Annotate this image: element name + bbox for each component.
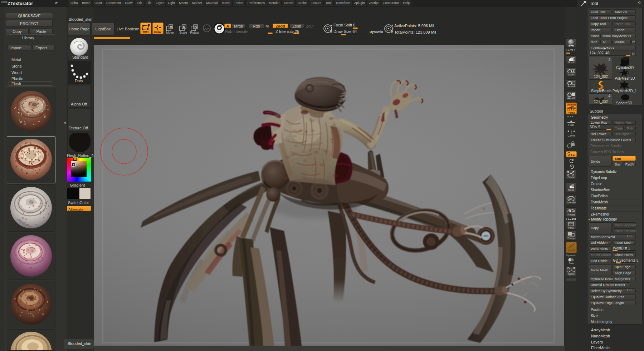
svg-text:1: 1 [572, 82, 574, 84]
svg-text:Rotate: Rotate [190, 31, 199, 34]
svg-text:XYZ: XYZ [568, 153, 575, 157]
svg-text:Draw: Draw [154, 30, 161, 34]
svg-text:S: S [330, 30, 332, 33]
svg-text:3D: 3D [569, 198, 572, 200]
svg-text:Edit: Edit [143, 30, 148, 33]
svg-text:M: M [170, 25, 173, 29]
svg-text:D: D [391, 30, 393, 33]
svg-text:Move: Move [166, 31, 174, 34]
svg-text:R: R [195, 25, 197, 29]
svg-text:Scale: Scale [179, 31, 187, 34]
svg-text:S: S [183, 25, 185, 29]
